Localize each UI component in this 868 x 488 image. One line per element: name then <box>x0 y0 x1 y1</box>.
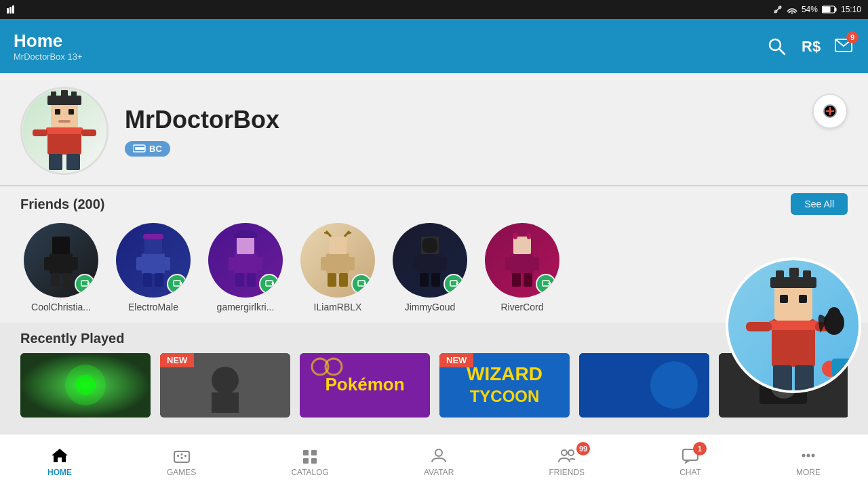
nav-label: MORE <box>796 468 821 477</box>
list-item[interactable]: NEW <box>160 353 290 418</box>
friend-avatar <box>393 223 467 298</box>
svg-rect-117 <box>769 321 818 330</box>
membership-badge: BC <box>125 141 279 157</box>
svg-rect-127 <box>180 453 182 455</box>
svg-point-95 <box>212 367 239 394</box>
game-thumbnails: NEW Pokémon NEW <box>20 353 848 418</box>
svg-rect-68 <box>328 273 336 287</box>
svg-text:WIZARD: WIZARD <box>467 363 542 384</box>
svg-rect-86 <box>532 257 539 270</box>
svg-rect-33 <box>50 253 73 274</box>
notification-button[interactable]: 9 <box>833 35 854 57</box>
svg-rect-114 <box>776 270 784 279</box>
bc-label: BC <box>149 144 162 154</box>
nav-item-home[interactable]: HOME <box>37 441 83 483</box>
notification-count: 9 <box>846 31 859 43</box>
nav-item-games[interactable]: GAMES <box>156 441 207 483</box>
avatar-preview-overlay: All <box>726 258 861 393</box>
online-indicator <box>351 274 372 294</box>
list-item[interactable]: ElectroMale <box>113 223 194 312</box>
svg-rect-16 <box>55 109 60 115</box>
svg-rect-1 <box>9 7 12 14</box>
list-item[interactable]: JimmyGoud <box>389 223 471 312</box>
online-indicator <box>75 274 95 294</box>
list-item[interactable]: CoolChristia... <box>20 223 102 312</box>
nav-item-catalog[interactable]: CATALOG <box>280 441 340 483</box>
svg-rect-115 <box>789 268 799 277</box>
robux-button[interactable]: R$ <box>799 35 821 57</box>
svg-rect-44 <box>163 257 170 270</box>
friends-badge: 99 <box>576 442 590 455</box>
see-all-overlay-btn[interactable]: All <box>832 359 861 377</box>
svg-rect-34 <box>52 237 70 254</box>
friend-name: JimmyGoud <box>405 302 456 312</box>
svg-rect-112 <box>799 295 807 303</box>
friend-avatar <box>116 223 191 298</box>
svg-text:TYCOON: TYCOON <box>470 387 540 405</box>
profile-section: MrDoctorBox BC <box>0 73 868 185</box>
list-item[interactable] <box>20 353 151 418</box>
svg-rect-60 <box>326 253 349 274</box>
svg-point-133 <box>435 449 442 456</box>
more-icon <box>799 446 818 465</box>
battery-text: 54% <box>802 5 818 14</box>
list-item[interactable]: ILiamRBLX <box>297 223 378 312</box>
friend-name: CoolChristia... <box>31 302 91 312</box>
svg-point-6 <box>791 13 793 14</box>
games-icon <box>172 446 191 465</box>
nav-label: HOME <box>47 468 72 477</box>
online-indicator <box>536 274 556 294</box>
status-bar-left <box>7 5 20 14</box>
svg-rect-23 <box>46 127 83 134</box>
svg-rect-29 <box>135 147 144 150</box>
svg-rect-15 <box>51 102 78 128</box>
svg-point-135 <box>568 450 574 455</box>
svg-text:R$: R$ <box>802 38 821 55</box>
svg-rect-56 <box>235 273 244 287</box>
list-item[interactable] <box>579 353 709 418</box>
nav-item-avatar[interactable]: AVATAR <box>413 441 465 483</box>
svg-rect-19 <box>47 96 81 105</box>
user-avatar <box>20 87 108 175</box>
svg-rect-116 <box>803 270 811 279</box>
svg-rect-66 <box>321 257 328 270</box>
search-button[interactable] <box>766 36 787 56</box>
list-item[interactable]: gamergirlkri... <box>205 223 286 312</box>
svg-rect-45 <box>143 273 152 287</box>
status-bar: 54% 15:10 <box>0 0 868 19</box>
svg-rect-129 <box>303 450 309 455</box>
svg-rect-67 <box>348 257 355 270</box>
svg-rect-113 <box>770 277 816 288</box>
list-item[interactable]: RiverCord <box>481 223 563 312</box>
svg-rect-110 <box>774 285 812 321</box>
bc-badge: BC <box>125 141 170 157</box>
nav-item-friends[interactable]: 99 FRIENDS <box>538 441 595 483</box>
list-item[interactable]: NEW WIZARD TYCOON <box>439 353 570 418</box>
svg-rect-69 <box>339 273 348 287</box>
profile-action-button[interactable] <box>812 94 848 129</box>
svg-rect-2 <box>12 5 14 14</box>
svg-rect-54 <box>229 257 235 270</box>
svg-rect-22 <box>71 92 77 97</box>
svg-rect-46 <box>155 273 163 287</box>
svg-point-134 <box>561 450 567 455</box>
nav-item-chat[interactable]: 1 CHAT <box>669 441 712 483</box>
nav-item-more[interactable]: MORE <box>785 441 831 483</box>
list-item[interactable]: Pokémon <box>300 353 430 418</box>
clock: 15:10 <box>841 5 861 14</box>
svg-rect-27 <box>81 129 96 136</box>
header-icons: R$ 9 <box>766 35 854 57</box>
see-all-button[interactable]: See All <box>791 193 848 215</box>
page-title: Home <box>14 30 83 52</box>
header-title-area: Home MrDoctorBox 13+ <box>14 30 83 62</box>
friend-name: ElectroMale <box>128 302 178 312</box>
friends-icon <box>557 446 576 465</box>
friend-avatar <box>208 223 283 298</box>
svg-rect-25 <box>66 154 80 170</box>
svg-rect-111 <box>780 295 788 303</box>
svg-line-11 <box>779 49 785 54</box>
svg-rect-87 <box>512 273 521 287</box>
app-container: Home MrDoctorBox 13+ R$ 9 <box>0 19 868 488</box>
online-indicator <box>443 274 464 294</box>
nav-label: FRIENDS <box>549 468 585 477</box>
